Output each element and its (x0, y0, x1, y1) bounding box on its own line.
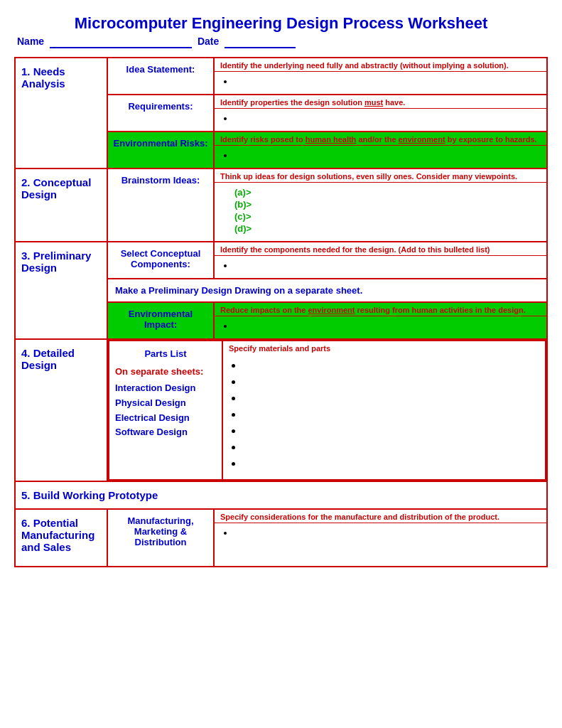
name-date-row: Name Date (14, 36, 548, 48)
date-line (225, 36, 296, 48)
brainstorm-content: Think up ideas for design solutions, eve… (214, 168, 547, 242)
manufacturing-row: 6. PotentialManufacturingand Sales Manuf… (15, 509, 547, 567)
env-impact-content: Reduce impacts on the environment result… (214, 302, 547, 339)
main-table: 1. NeedsAnalysis Idea Statement: Identif… (14, 57, 548, 567)
requirements-label: Requirements: (107, 95, 214, 132)
select-conceptual-body (215, 256, 546, 278)
brainstorm-d: (d)> (234, 223, 541, 234)
manufacturing-instruction: Specify considerations for the manufactu… (215, 510, 546, 523)
conceptual-design-row: 2. ConceptualDesign Brainstorm Ideas: Th… (15, 168, 547, 242)
name-line (50, 36, 192, 48)
detailed-design-label: 4. DetailedDesign (15, 339, 107, 481)
idea-statement-content: Identify the underlying need fully and a… (214, 58, 547, 95)
env-risks-body (215, 146, 546, 168)
env-impact-instruction: Reduce impacts on the environment result… (215, 303, 546, 316)
brainstorm-c: (c)> (234, 211, 541, 222)
select-conceptual-instruction: Identify the components needed for the d… (215, 242, 546, 256)
brainstorm-body: (a)> (b)> (c)> (d)> (215, 183, 546, 241)
parts-bullets-body (223, 354, 545, 479)
env-risks-label: Environmental Risks: (107, 132, 214, 168)
on-separate-items: Interaction Design Physical Design Elect… (109, 380, 222, 441)
idea-statement-instruction: Identify the underlying need fully and a… (215, 58, 546, 72)
env-risks-content: Identify risks posed to human health and… (214, 132, 547, 168)
requirements-content: Identify properties the design solution … (214, 95, 547, 132)
preliminary-design-select-row: 3. PreliminaryDesign Select ConceptualCo… (15, 242, 547, 279)
build-prototype-row: 5. Build Working Prototype (15, 481, 547, 509)
requirements-instruction: Identify properties the design solution … (215, 95, 546, 109)
brainstorm-a: (a)> (234, 187, 541, 198)
manufacturing-body (215, 523, 546, 566)
requirements-body (215, 109, 546, 131)
build-prototype-label: 5. Build Working Prototype (15, 481, 547, 509)
idea-statement-label: Idea Statement: (107, 58, 214, 95)
preliminary-design-label: 3. PreliminaryDesign (15, 242, 107, 339)
page-title: Microcomputer Engineering Design Process… (14, 14, 548, 33)
detailed-design-content: Parts List On separate sheets: Interacti… (107, 339, 547, 481)
env-impact-label: Environmental Impact: (107, 302, 214, 339)
needs-analysis-row: 1. NeedsAnalysis Idea Statement: Identif… (15, 58, 547, 95)
idea-statement-body (215, 72, 546, 94)
select-conceptual-label: Select ConceptualComponents: (107, 242, 214, 279)
conceptual-design-label: 2. ConceptualDesign (15, 168, 107, 242)
manufacturing-middle: Manufacturing,Marketing &Distribution (107, 509, 214, 567)
parts-instruction: Specify materials and parts (223, 341, 545, 354)
brainstorm-instruction: Think up ideas for design solutions, eve… (215, 169, 546, 183)
parts-right-cell: Specify materials and parts (222, 341, 546, 480)
name-label: Name (17, 36, 44, 47)
needs-analysis-label: 1. NeedsAnalysis (15, 58, 107, 168)
detailed-inner-table: Parts List On separate sheets: Interacti… (108, 340, 546, 481)
env-risks-instruction: Identify risks posed to human health and… (215, 132, 546, 146)
manufacturing-content: Specify considerations for the manufactu… (214, 509, 547, 567)
preliminary-drawing-text: Make a Preliminary Design Drawing on a s… (107, 279, 547, 302)
manufacturing-label: 6. PotentialManufacturingand Sales (15, 509, 107, 567)
parts-list-label: Parts List (109, 341, 222, 363)
brainstorm-b: (b)> (234, 199, 541, 210)
detailed-inner-row: Parts List On separate sheets: Interacti… (109, 341, 546, 480)
parts-left-cell: Parts List On separate sheets: Interacti… (109, 341, 222, 480)
brainstorm-label: Brainstorm Ideas: (107, 168, 214, 242)
detailed-design-row: 4. DetailedDesign Parts List On separate… (15, 339, 547, 481)
select-conceptual-content: Identify the components needed for the d… (214, 242, 547, 279)
date-label: Date (198, 36, 219, 47)
env-impact-body (215, 316, 546, 338)
on-separate-label: On separate sheets: (109, 363, 222, 380)
